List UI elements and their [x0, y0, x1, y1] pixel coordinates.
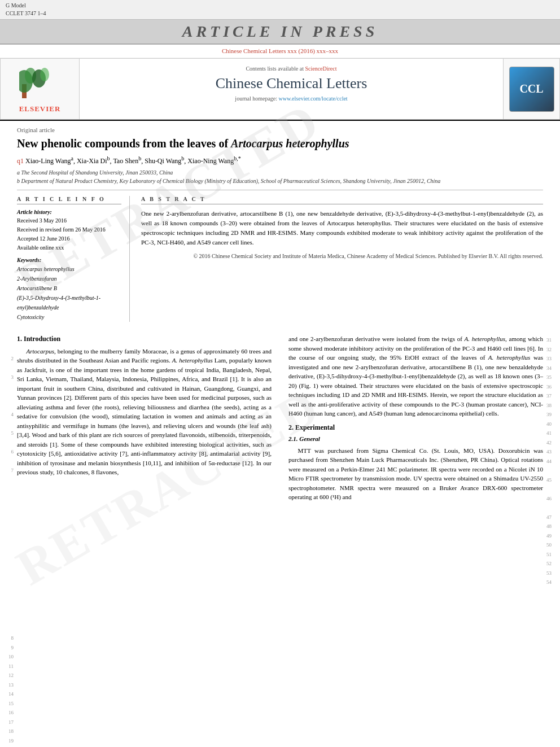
elsevier-wordmark: ELSEVIER [19, 104, 61, 113]
contents-available: Contents lists available at ScienceDirec… [91, 65, 492, 72]
section1-heading: 1. Introduction [17, 334, 272, 344]
article-info-header: A R T I C L E I N F O [17, 196, 121, 202]
article-type-label: Original article [17, 126, 543, 133]
journal-homepage: journal homepage: www.elsevier.com/locat… [91, 95, 492, 102]
keywords-label: Keywords: [17, 257, 121, 263]
article-title: New phenolic compounds from the leaves o… [17, 136, 543, 151]
left-line-numbers: 2 3 4 5 6 7 8910111213141516171819202122… [0, 334, 16, 747]
right-col-para1: and one 2-arylbenzofuran derivative were… [288, 334, 543, 418]
abstract-text: One new 2-arylbenzofuran derivative, art… [141, 209, 543, 247]
journal-link[interactable]: Chinese Chemical Letters xxx (2016) xxx–… [222, 47, 338, 54]
keywords-list: Artocarpus heterophyllus 2-Arylbenzofura… [17, 264, 121, 322]
elsevier-logo: ELSEVIER [19, 64, 61, 113]
history-label: Article history: [17, 209, 121, 215]
svg-point-4 [40, 68, 49, 81]
affiliations: a The Second Hospital of Shandong Univer… [17, 168, 543, 185]
abstract-header: A B S T R A C T [141, 196, 543, 202]
intro-paragraph: Artocarpus, belonging to the mulberry fa… [17, 347, 272, 477]
right-line-numbers: 3132333435363738394041424344 45 46 47484… [544, 334, 560, 747]
journal-title: Chinese Chemical Letters [91, 75, 492, 92]
article-in-press-banner: ARTICLE IN PRESS [182, 23, 378, 40]
copyright-text: © 2016 Chinese Chemical Society and Inst… [141, 253, 543, 259]
homepage-url[interactable]: www.elsevier.com/locate/cclet [279, 95, 348, 102]
authors-line: q1 Xiao-Ling Wanga, Xia-Xia Dib, Tao She… [17, 155, 543, 165]
section2-heading: 2. Experimental [288, 423, 543, 433]
general-paragraph: MTT was purchased from Sigma Chemical Co… [288, 446, 543, 502]
section21-heading: 2.1. General [288, 434, 543, 444]
sciencedirect-link[interactable]: ScienceDirect [305, 65, 336, 72]
ccl-logo: CCL [509, 67, 554, 112]
article-dates: Received 3 May 2016 Received in revised … [17, 216, 121, 252]
gmodel-label: G Model CCLET 3747 1–4 [6, 2, 46, 18]
